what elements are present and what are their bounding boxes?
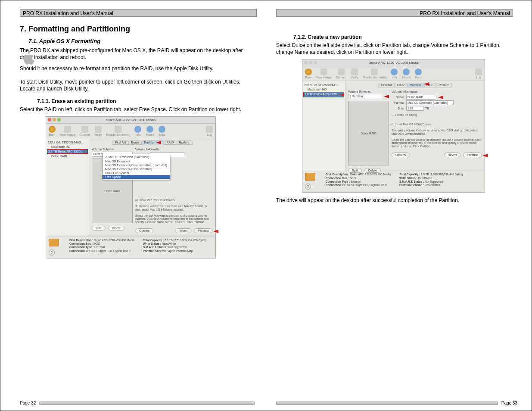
help-text-1: To create a volume that can serve as a M… <box>392 129 482 136</box>
volume-layout-box[interactable]: Dulce RAID <box>348 101 389 165</box>
eject-icon[interactable] <box>415 68 422 75</box>
split-button[interactable]: Split <box>92 226 106 230</box>
log-icon[interactable] <box>475 68 482 75</box>
sidebar-drive-3[interactable]: Dulce RAID <box>47 154 88 158</box>
tab-erase[interactable]: Erase <box>394 83 408 87</box>
disk-info-footer: Disk Description : Dulce ARC-1220-VOL#00… <box>302 171 485 192</box>
subsubsection-712: 7.1.2. Create a new partition <box>293 34 513 40</box>
volume-info-label: Volume Information <box>135 148 213 151</box>
sidebar-drive-2-selected[interactable]: 2.3 TB Dulce ARC-1220... <box>47 149 88 154</box>
name-field[interactable]: Dulce RAID <box>406 95 436 100</box>
red-arrow-icon <box>482 154 488 157</box>
page-number-left: Page 32 <box>20 401 36 405</box>
locked-label: ☐ Locked for editing <box>392 113 482 117</box>
header-bar-right: PRO RX Installation and User's Manual <box>276 9 513 17</box>
sidebar-drive-0[interactable]: 232.9 GB ST3250824AS... <box>303 83 344 87</box>
help-text-1: To create a volume that can serve as a M… <box>135 205 213 212</box>
footer-bar <box>276 402 498 405</box>
log-icon[interactable] <box>206 126 213 133</box>
window-titlebar: Dulce ARC-1220-VOL#00 Media <box>302 59 485 66</box>
header-bar-left: PRO RX Installation and User's Manual <box>20 9 257 17</box>
convert-icon[interactable] <box>81 126 88 133</box>
format-opt-2[interactable]: Mac OS Extended (Case-sensitive, Journal… <box>103 163 170 167</box>
partition-button[interactable]: Partition <box>194 228 213 233</box>
format-opt-1[interactable]: Mac OS Extended <box>103 159 170 163</box>
sidebar-drive-0[interactable]: 232.9 GB ST3250824AS... <box>47 140 88 144</box>
erase-instructions: Select the RAID on left, click on Partit… <box>20 106 257 113</box>
start-disk-utility-para: To start Disk Utility, move pointer to u… <box>20 78 257 92</box>
disk-utility-screenshot-2: Dulce ARC-1220-VOL#00 Media Burn New Ima… <box>302 59 485 193</box>
journaling-icon[interactable] <box>115 126 121 133</box>
info-icon[interactable] <box>391 68 398 75</box>
new-image-icon[interactable] <box>64 126 71 133</box>
disk-utility-screenshot-1: Dulce ARC-1220-VOL#00 Media Burn New Ima… <box>46 116 216 258</box>
help-text-2: Select the disk you want to partition an… <box>135 214 213 224</box>
tab-partition[interactable]: Partition <box>141 140 165 145</box>
eject-icon[interactable] <box>159 126 165 133</box>
volume-scheme-select[interactable]: 1 Partition <box>348 94 382 99</box>
tab-restore[interactable]: Restore <box>436 83 452 87</box>
verify-icon[interactable] <box>95 126 102 133</box>
partition-button[interactable]: Partition <box>463 153 482 157</box>
new-image-icon[interactable] <box>320 68 327 75</box>
sidebar-drive-1[interactable]: Macintosh HD <box>303 87 344 91</box>
toolbar: Burn New Image Convert Verify Enable Jou… <box>302 66 485 81</box>
tab-raid[interactable]: RAID <box>163 140 177 145</box>
delete-button[interactable]: Delete <box>108 226 124 230</box>
toolbar: Burn New Image Convert Verify Enable Jou… <box>46 124 215 138</box>
disk-icon <box>49 239 59 246</box>
tab-restore[interactable]: Restore <box>176 140 193 145</box>
volume-scheme-label: Volume Scheme: <box>92 148 133 151</box>
journaling-icon[interactable] <box>371 68 378 75</box>
intro-para-2: Should it be necessary to re-format and … <box>20 65 257 72</box>
red-arrow-icon <box>424 82 429 86</box>
tab-partition[interactable]: Partition <box>407 83 424 87</box>
install-drivers-check[interactable]: ☑ Install Mac OS 9 Disk Drivers <box>135 199 213 202</box>
red-arrow-icon <box>156 141 161 144</box>
volume-scheme-label: Volume Scheme: <box>348 90 389 93</box>
convert-icon[interactable] <box>338 68 345 75</box>
sidebar-drive-2-selected[interactable]: 1.8 TB Dulce ARC-1220... <box>303 92 344 97</box>
revert-button[interactable]: Revert <box>444 153 461 157</box>
volume-info-label: Volume Information <box>392 90 482 93</box>
burn-icon[interactable] <box>305 68 312 75</box>
size-field[interactable]: 1.82 <box>406 106 423 111</box>
options-button[interactable]: Options <box>392 153 410 157</box>
format-opt-3[interactable]: Mac OS Extended (Case-sensitive) <box>103 167 170 171</box>
delete-button[interactable]: Delete <box>364 168 381 173</box>
drive-sidebar[interactable]: 232.9 GB ST3250824AS... Macintosh HD 2.3… <box>46 138 89 237</box>
mount-icon[interactable] <box>403 68 410 75</box>
tab-firstaid[interactable]: First Aid <box>378 83 395 87</box>
format-field[interactable]: Mac OS Extended (Journaled) <box>406 100 454 105</box>
sidebar-drive-1[interactable]: Macintosh HD <box>47 145 88 149</box>
tabs: First AidErasePartition RAIDRestore <box>92 140 213 145</box>
tab-firstaid[interactable]: First Aid <box>112 140 129 145</box>
format-opt-5-selected[interactable]: Free Space <box>103 175 170 179</box>
mount-icon[interactable] <box>146 126 153 133</box>
format-opt-0[interactable]: Mac OS Extended (Journaled) <box>103 155 170 159</box>
help-text-2: Select the disk you want to partition an… <box>392 138 482 148</box>
window-title: Dulce ARC-1220-VOL#00 Media <box>106 118 156 122</box>
drive-sidebar[interactable]: 232.9 GB ST3250824AS... Macintosh HD 1.8… <box>302 81 345 171</box>
tabs: First AidErasePartitionRAIDRestore <box>348 83 482 87</box>
install-drivers-check[interactable]: ☑ Install Mac OS 9 Disk Drivers <box>392 123 482 126</box>
options-button[interactable]: Options <box>135 228 153 233</box>
burn-icon[interactable] <box>49 126 56 133</box>
disk-info-footer: Disk Description : Dulce ARC-1220-VOL#00… <box>46 237 215 258</box>
section-title: 7. Formatting and Partitioning <box>20 25 257 34</box>
tab-erase[interactable]: Erase <box>128 140 142 145</box>
window-title: Dulce ARC-1220-VOL#00 Media <box>369 61 419 65</box>
info-icon[interactable] <box>134 126 141 133</box>
subsection-title: 7.1. Apple OS X Formatting <box>28 38 257 44</box>
split-button[interactable]: Split <box>348 168 362 173</box>
format-dropdown-open[interactable]: Mac OS Extended (Journaled) Mac OS Exten… <box>102 154 170 180</box>
intro-para-1: The PRO RX are shipped pre-configured fo… <box>20 47 257 61</box>
format-opt-4[interactable]: UNIX File System <box>103 171 170 175</box>
disk-icon <box>305 173 315 181</box>
create-partition-instructions: Select Dulce on the left side drive list… <box>276 42 513 56</box>
subsubsection-711: 7.1.1. Erase an existing partition <box>37 98 257 104</box>
red-arrow-icon <box>213 230 218 233</box>
revert-button[interactable]: Revert <box>175 228 192 233</box>
verify-icon[interactable] <box>351 68 358 75</box>
window-titlebar: Dulce ARC-1220-VOL#00 Media <box>46 117 215 124</box>
